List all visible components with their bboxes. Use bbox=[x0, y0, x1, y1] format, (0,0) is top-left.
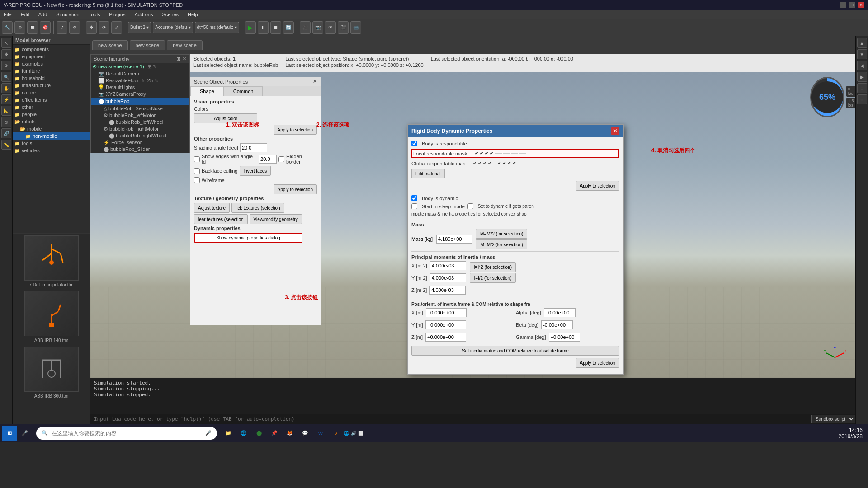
clear-textures-button[interactable]: lear textures (selection bbox=[194, 214, 248, 224]
hier-leftmotor[interactable]: ⚙ bubbleRob_leftMotor bbox=[91, 112, 189, 119]
hier-leftwheel[interactable]: ⬤ bubbleRob_leftWheel bbox=[91, 119, 189, 126]
task-btn-explorer[interactable]: 📁 bbox=[221, 426, 236, 441]
robot-model-3[interactable]: ABB IRB 360.ttm bbox=[24, 347, 79, 399]
beta-input[interactable] bbox=[541, 320, 573, 329]
bullet-dropdown[interactable]: Bullet 2 ▾ bbox=[128, 22, 151, 33]
tree-item-nature[interactable]: 📁nature bbox=[13, 89, 90, 96]
pz-input[interactable] bbox=[425, 333, 466, 342]
menu-plugins[interactable]: Plugins bbox=[107, 11, 127, 18]
close-button[interactable]: ✕ bbox=[858, 2, 864, 8]
icon-tool6[interactable]: 📐 bbox=[1, 106, 11, 116]
hier-bubblerob[interactable]: ⬤ bubbleRob bbox=[91, 98, 189, 105]
scene-tab-1[interactable]: new scene bbox=[92, 40, 128, 50]
adjust-texture-button[interactable]: Adjust texture bbox=[194, 203, 230, 213]
ix-input[interactable] bbox=[430, 261, 466, 270]
gamma-input[interactable] bbox=[549, 333, 580, 342]
menu-add[interactable]: Add bbox=[37, 11, 49, 18]
dt-dropdown[interactable]: dt=50 ms (default: ▾ bbox=[195, 22, 239, 33]
apply-to-sel-2[interactable]: Apply to selection bbox=[576, 358, 619, 368]
taskbar-search-input[interactable] bbox=[52, 430, 202, 436]
play-button[interactable]: ▶ bbox=[245, 21, 256, 34]
menu-edit[interactable]: Edit bbox=[19, 11, 31, 18]
taskbar-mic-icon[interactable]: 🎤 bbox=[205, 430, 212, 436]
hier-rightmotor[interactable]: ⚙ bubbleRob_rightMotor bbox=[91, 126, 189, 132]
shading-angle-input[interactable] bbox=[240, 143, 267, 152]
stop-button[interactable]: ⏹ bbox=[270, 21, 281, 34]
task-btn-edge[interactable]: 🌐 bbox=[236, 426, 251, 441]
props-close[interactable]: ✕ bbox=[313, 79, 317, 84]
mm05-button[interactable]: M=M/2 (for selection) bbox=[476, 239, 527, 249]
hier-rightwheel[interactable]: ⬤ bubbleRob_rightWheel bbox=[91, 132, 189, 139]
start-button[interactable]: ⊞ bbox=[2, 426, 17, 441]
tree-item-components[interactable]: 📁components bbox=[13, 46, 90, 53]
maximize-button[interactable]: □ bbox=[849, 2, 855, 8]
sleep-mode-check[interactable] bbox=[411, 203, 417, 209]
new-scene-row[interactable]: ⊙ new scene (scene 1) ⊞ ✎ bbox=[91, 63, 189, 70]
icon-select[interactable]: ↖ bbox=[1, 38, 11, 48]
task-btn-green[interactable]: ⬤ bbox=[251, 426, 267, 441]
prop-tab-shape[interactable]: Shape bbox=[190, 86, 224, 96]
tree-item-infrastructure[interactable]: 📁infrastructure bbox=[13, 82, 90, 89]
menu-file[interactable]: File bbox=[2, 11, 14, 18]
pick-textures-button[interactable]: lick textures (selection bbox=[231, 203, 284, 213]
toolbar-move-btn[interactable]: ✥ bbox=[86, 21, 97, 34]
tree-item-non-mobile[interactable]: 📁non-mobile bbox=[13, 132, 90, 140]
right-icon-5[interactable]: ↕ bbox=[857, 83, 867, 93]
menu-simulation[interactable]: Simulation bbox=[54, 11, 81, 18]
icon-tool8[interactable]: 🔗 bbox=[1, 128, 11, 138]
hierarchy-icon-1[interactable]: ⊞ bbox=[176, 56, 180, 62]
icon-tool9[interactable]: 📏 bbox=[1, 140, 11, 150]
task-btn-fox[interactable]: 🦊 bbox=[282, 426, 297, 441]
toolbar-btn-6[interactable]: ↻ bbox=[69, 21, 80, 34]
rb-close-button[interactable]: ✕ bbox=[611, 127, 619, 135]
show-dynamic-button[interactable]: Show dynamic properties dialog bbox=[194, 233, 302, 243]
cam-btn-5[interactable]: 📹 bbox=[350, 21, 361, 34]
adjust-color-button[interactable]: Adjust color bbox=[194, 113, 257, 123]
set-inertia-button[interactable]: Set inertia matrix and COM relative to a… bbox=[411, 346, 619, 356]
right-icon-4[interactable]: ▶ bbox=[857, 72, 867, 82]
icon-move[interactable]: ✥ bbox=[1, 49, 11, 59]
hier-camera-proxy[interactable]: 📷 XYZCameraProxy bbox=[91, 91, 189, 98]
hier-slider[interactable]: ⬤ bubbleRob_Slider bbox=[91, 146, 189, 153]
lua-dropdown[interactable]: Sandbox script bbox=[811, 415, 855, 423]
tree-item-other[interactable]: 📁other bbox=[13, 103, 90, 111]
menu-addons[interactable]: Add-ons bbox=[132, 11, 155, 18]
hier-force[interactable]: ⚡ Force_sensor bbox=[91, 139, 189, 146]
toolbar-btn-5[interactable]: ↺ bbox=[57, 21, 67, 34]
tree-item-office[interactable]: 📁office items bbox=[13, 96, 90, 103]
robot-model-2[interactable]: ABB IRB 140.ttm bbox=[24, 291, 79, 343]
task-btn-chat[interactable]: 💬 bbox=[297, 426, 313, 441]
task-btn-vrep[interactable]: V bbox=[328, 426, 344, 441]
iz-input[interactable] bbox=[429, 286, 466, 295]
tree-item-robots[interactable]: 📂robots bbox=[13, 118, 90, 125]
py-input[interactable] bbox=[425, 320, 466, 329]
loop-button[interactable]: 🔄 bbox=[283, 21, 294, 34]
right-icon-3[interactable]: ◀ bbox=[857, 61, 867, 70]
tree-item-mobile[interactable]: 📂mobile bbox=[13, 125, 90, 132]
right-icon-6[interactable]: ↔ bbox=[857, 94, 867, 104]
pause-button[interactable]: ⏸ bbox=[258, 21, 269, 34]
lua-input-field[interactable] bbox=[90, 416, 811, 422]
accurate-dropdown[interactable]: Accurate (defau ▾ bbox=[153, 22, 193, 33]
toolbar-rotate-btn[interactable]: ⟳ bbox=[99, 21, 109, 34]
apply-to-sel-button-2[interactable]: Apply to selection bbox=[274, 184, 317, 194]
task-btn-pin[interactable]: 📌 bbox=[267, 426, 282, 441]
cam-btn-3[interactable]: 👁 bbox=[325, 21, 336, 34]
icon-rotate[interactable]: ⟳ bbox=[1, 61, 11, 70]
task-btn-word[interactable]: W bbox=[313, 426, 328, 441]
edit-material-button[interactable]: Edit material bbox=[411, 169, 445, 178]
right-icon-1[interactable]: ▲ bbox=[857, 38, 867, 48]
edges-angle-input[interactable] bbox=[259, 155, 277, 164]
menu-scenes[interactable]: Scenes bbox=[160, 11, 180, 18]
apply-to-sel-1[interactable]: Apply to selection bbox=[576, 181, 619, 191]
apply-to-sel-button-1[interactable]: Apply to selection bbox=[274, 125, 317, 135]
robot-model-1[interactable]: 7 DoF manipulator.ttm bbox=[24, 235, 79, 287]
icon-tool7[interactable]: ⊙ bbox=[1, 117, 11, 127]
taskbar-volume[interactable]: 🔊 bbox=[351, 431, 356, 436]
icon-pan[interactable]: ✋ bbox=[1, 83, 11, 93]
px-input[interactable] bbox=[426, 308, 467, 317]
hier-camera[interactable]: 📷 DefaultCamera bbox=[91, 70, 189, 77]
menu-help[interactable]: Help bbox=[186, 11, 200, 18]
invert-faces-button[interactable]: Invert faces bbox=[240, 166, 271, 176]
minimize-button[interactable]: ─ bbox=[840, 2, 846, 8]
